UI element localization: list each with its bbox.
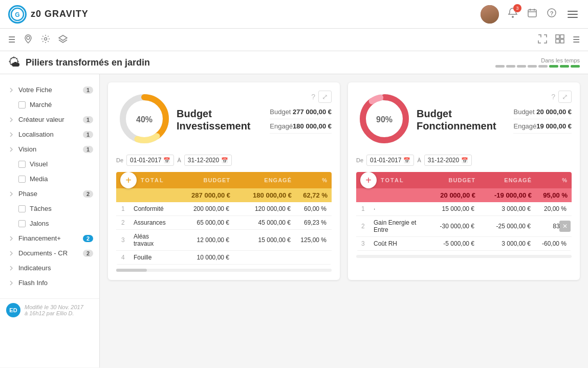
grid-icon[interactable]: [555, 34, 564, 46]
sidebar-label-localisation: Localisation: [18, 131, 79, 138]
sidebar-item-taches[interactable]: Tâches: [0, 201, 99, 216]
svg-rect-3: [528, 10, 536, 17]
invest-date-de[interactable]: 01-01-2017 📅: [126, 155, 174, 166]
svg-rect-14: [560, 39, 564, 43]
sidebar-footer: ED Modifié le 30 Nov. 2017 à 16h12 par E…: [0, 298, 99, 321]
delete-row-btn[interactable]: ✕: [559, 221, 571, 232]
svg-rect-12: [560, 35, 564, 38]
sidebar-item-jalons[interactable]: Jalons: [0, 216, 99, 231]
sidebar-label-taches: Tâches: [30, 205, 93, 212]
sidebar-item-visuel[interactable]: Visuel: [0, 157, 99, 171]
svg-text:G: G: [15, 11, 19, 18]
sidebar-badge-votre-fiche: 1: [83, 86, 93, 94]
chevron-icon: [8, 235, 14, 242]
donut-fonct-percent: 90%: [376, 115, 393, 124]
invest-engage-row: Engagé 180 000,00 €: [270, 119, 332, 134]
chevron-icon: [8, 280, 14, 286]
invest-add-btn[interactable]: +: [120, 172, 137, 188]
sidebar-badge-documents-cr: 2: [83, 250, 93, 257]
fonct-table: + TOTAL BUDGET ENGAGÉ % 20 000,00 €: [356, 172, 572, 251]
progress-dot: [517, 65, 526, 68]
page-title: Piliers transformés en jardin: [26, 57, 150, 68]
menu-icon[interactable]: [565, 9, 580, 20]
svg-point-2: [512, 16, 514, 18]
sidebar-item-marche[interactable]: Marché: [0, 97, 99, 112]
sidebar-label-votre-fiche: Votre Fiche: [18, 86, 79, 94]
user-avatar: ED: [6, 303, 20, 317]
fonct-table-header: + TOTAL BUDGET ENGAGÉ %: [356, 172, 572, 188]
sidebar-label-vision: Vision: [18, 145, 79, 153]
settings-icon[interactable]: [41, 34, 50, 46]
card-title-fonct: Budget Fonctionnement: [417, 107, 496, 132]
chevron-icon: [8, 117, 14, 123]
sidebar-label-visuel: Visuel: [30, 160, 93, 168]
invest-budget-row: Budget 277 000,00 €: [270, 105, 332, 119]
svg-point-9: [27, 36, 30, 39]
sidebar-checkbox-visuel[interactable]: [18, 161, 26, 168]
sidebar-checkbox-taches[interactable]: [18, 205, 26, 212]
sidebar-item-phase[interactable]: Phase2: [0, 186, 99, 201]
page-title-area: 🌤 Piliers transformés en jardin: [8, 55, 150, 70]
fonct-stats: Budget 20 000,00 € Engagé 19 000,00 €: [513, 105, 572, 134]
chevron-icon: [8, 250, 14, 256]
avatar: [481, 5, 499, 24]
progress-dot: [495, 65, 505, 68]
toolbar: ☰ ☰: [0, 29, 588, 51]
sidebar-checkbox-media[interactable]: [18, 176, 26, 183]
invest-help-icon[interactable]: ?: [311, 93, 315, 101]
sidebar-item-indicateurs[interactable]: Indicateurs: [0, 261, 99, 275]
invest-table-row: 3 Aléas travaux 12 000,00 € 15 000,00 € …: [116, 230, 332, 251]
calendar-icon[interactable]: [527, 7, 538, 21]
page-header: 🌤 Piliers transformés en jardin Dans les…: [0, 51, 588, 74]
notification-icon[interactable]: 3: [507, 7, 518, 21]
budget-fonctionnement-card: 90% Budget Fonctionnement ? ⤢: [348, 82, 580, 280]
sidebar-item-media[interactable]: Media: [0, 171, 99, 186]
sidebar-label-indicateurs: Indicateurs: [18, 264, 93, 272]
chevron-icon: [8, 87, 14, 93]
header-actions: Dans les temps: [495, 57, 580, 68]
sidebar-item-createur-valeur[interactable]: Créateur valeur1: [0, 112, 99, 127]
budget-investment-card: 40% Budget Investissement ? ⤢: [108, 82, 340, 280]
sidebar-checkbox-marche[interactable]: [18, 101, 26, 109]
fonct-date-de[interactable]: 01-01-2017 📅: [366, 155, 414, 166]
options-icon[interactable]: ☰: [573, 35, 580, 45]
svg-rect-11: [556, 35, 559, 38]
invest-expand-icon[interactable]: ⤢: [318, 91, 332, 103]
chevron-icon: [8, 265, 14, 271]
sidebar-item-flash-info[interactable]: Flash Info: [0, 275, 99, 290]
location-icon[interactable]: [24, 34, 33, 46]
donut-invest-percent: 40%: [136, 115, 153, 124]
invest-table-row: 2 Assurances 65 000,00 € 45 000,00 € 69,…: [116, 216, 332, 230]
sidebar-item-localisation[interactable]: Localisation1: [0, 127, 99, 142]
main-layout: Votre Fiche1MarchéCréateur valeur1Locali…: [0, 74, 588, 367]
fonct-help-icon[interactable]: ?: [551, 93, 555, 101]
sidebar-item-financement[interactable]: Financement+2: [0, 231, 99, 246]
card-title-invest: Budget Investissement: [177, 107, 251, 132]
weather-icon: 🌤: [8, 55, 20, 70]
fonct-date-a[interactable]: 31-12-2020 📅: [424, 155, 472, 166]
fonct-add-btn[interactable]: +: [360, 172, 377, 188]
sidebar-label-jalons: Jalons: [30, 220, 93, 227]
sidebar-label-flash-info: Flash Info: [18, 279, 93, 287]
header: G z0 GRAVITY 3 ?: [0, 0, 588, 29]
help-icon[interactable]: ?: [546, 7, 557, 21]
logo-area: G z0 GRAVITY: [8, 5, 89, 24]
fonct-total-row: 20 000,00 € -19 000,00 € 95,00 %: [356, 188, 572, 202]
layers-icon[interactable]: [58, 34, 68, 46]
card-header-invest: 40% Budget Investissement ? ⤢: [116, 91, 332, 148]
budgets-row: 40% Budget Investissement ? ⤢: [108, 82, 580, 280]
fullscreen-icon[interactable]: [538, 34, 547, 46]
invest-table-row: 1 Conformité 200 000,00 € 120 000,00 € 6…: [116, 202, 332, 216]
menu-toggle-icon[interactable]: ☰: [8, 35, 15, 45]
sidebar-item-documents-cr[interactable]: Documents - CR2: [0, 246, 99, 261]
sidebar-checkbox-jalons[interactable]: [18, 220, 26, 227]
svg-rect-13: [556, 39, 559, 43]
sidebar-item-votre-fiche[interactable]: Votre Fiche1: [0, 82, 99, 97]
sidebar-item-vision[interactable]: Vision1: [0, 142, 99, 157]
invest-date-a[interactable]: 31-12-2020 📅: [184, 155, 232, 166]
notification-badge: 3: [513, 4, 521, 12]
invest-date-row: De 01-01-2017 📅 À 31-12-2020 📅: [116, 155, 332, 166]
sidebar-badge-financement: 2: [83, 235, 93, 242]
progress-dot: [528, 65, 537, 68]
fonct-expand-icon[interactable]: ⤢: [558, 91, 572, 103]
